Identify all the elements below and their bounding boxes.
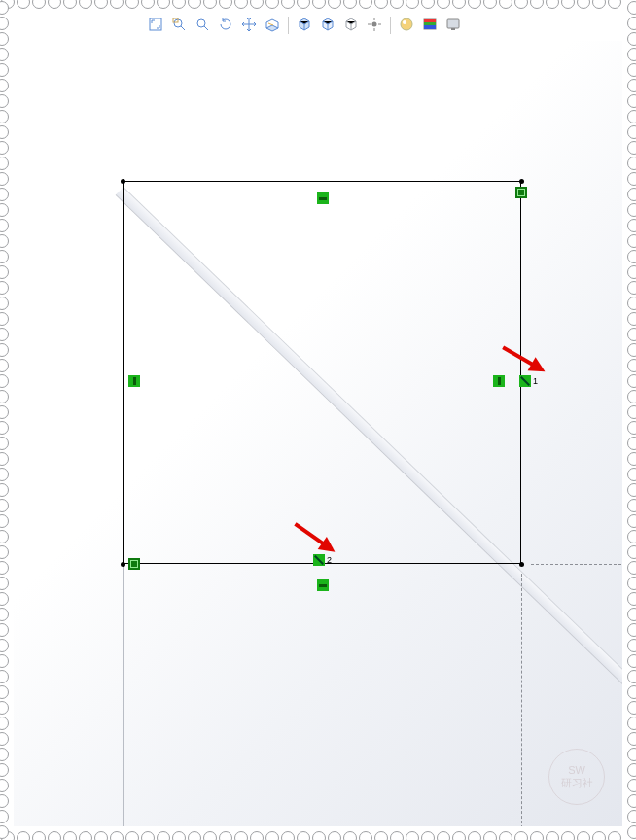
svg-point-4 xyxy=(372,22,377,27)
sketch-endpoint[interactable] xyxy=(519,179,524,184)
relation-vert-icon[interactable] xyxy=(493,375,505,387)
svg-point-6 xyxy=(403,20,406,24)
section-view-button[interactable] xyxy=(263,16,282,35)
rotate-view-icon xyxy=(218,17,233,34)
view-settings-icon xyxy=(445,17,461,34)
svg-rect-10 xyxy=(424,25,436,29)
zoom-to-fit-button[interactable] xyxy=(146,16,165,35)
relation-vert-icon[interactable] xyxy=(128,375,140,387)
zoom-icon xyxy=(194,17,210,34)
relation-coinc-icon[interactable] xyxy=(515,187,527,198)
view-toolbar xyxy=(146,16,463,35)
display-style-icon xyxy=(320,17,336,34)
relation-horiz-icon[interactable] xyxy=(317,192,329,204)
toolbar-separator xyxy=(288,17,289,34)
svg-point-5 xyxy=(401,18,412,30)
relation-label: 1 xyxy=(533,376,538,386)
hide-show-button[interactable] xyxy=(341,16,361,35)
edit-appearance-icon xyxy=(399,17,414,34)
sketch-endpoint[interactable] xyxy=(121,179,125,184)
view-orientation-icon xyxy=(297,17,312,34)
sketch-endpoint[interactable] xyxy=(121,562,125,567)
perspective-button[interactable] xyxy=(365,16,384,35)
graphics-area[interactable]: SW 研习社 12 xyxy=(14,41,622,826)
relation-horiz-icon[interactable] xyxy=(317,579,329,591)
relation-colinear-icon[interactable] xyxy=(313,554,325,566)
model-hidden-edge-bottom xyxy=(531,564,622,565)
svg-rect-12 xyxy=(451,28,455,30)
pan-icon xyxy=(241,17,257,34)
zoom-button[interactable] xyxy=(193,16,212,35)
model-hidden-edge-right xyxy=(521,574,522,826)
apply-scene-button[interactable] xyxy=(420,16,440,35)
svg-rect-11 xyxy=(447,19,459,28)
hide-show-icon xyxy=(343,17,359,34)
sketch-endpoint[interactable] xyxy=(519,562,524,567)
svg-rect-9 xyxy=(424,22,436,25)
section-view-icon xyxy=(265,17,280,34)
zoom-area-button[interactable] xyxy=(169,16,189,35)
edit-appearance-button[interactable] xyxy=(397,16,416,35)
svg-point-3 xyxy=(197,19,205,27)
svg-rect-8 xyxy=(424,19,436,22)
zoom-to-fit-icon xyxy=(148,17,163,34)
sketch-rectangle[interactable] xyxy=(123,181,521,564)
perspective-icon xyxy=(367,17,382,34)
toolbar-separator xyxy=(390,17,391,34)
model-edge-left xyxy=(123,564,124,826)
relation-coinc-icon[interactable] xyxy=(128,558,140,570)
zoom-area-icon xyxy=(171,17,187,34)
pan-button[interactable] xyxy=(239,16,259,35)
rotate-view-button[interactable] xyxy=(216,16,235,35)
relation-colinear-icon[interactable] xyxy=(519,375,531,387)
display-style-button[interactable] xyxy=(318,16,337,35)
apply-scene-icon xyxy=(422,17,438,34)
svg-rect-0 xyxy=(150,18,161,30)
view-orientation-button[interactable] xyxy=(295,16,314,35)
view-settings-button[interactable] xyxy=(443,16,463,35)
